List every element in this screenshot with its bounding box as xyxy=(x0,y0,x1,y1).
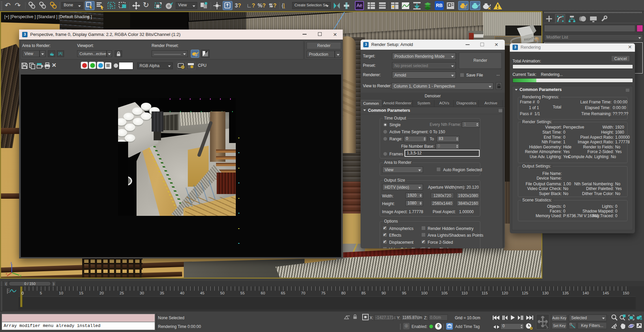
svg-text:z: z xyxy=(10,261,12,265)
svg-text:x: x xyxy=(6,272,7,275)
svg-text:y: y xyxy=(20,274,21,277)
